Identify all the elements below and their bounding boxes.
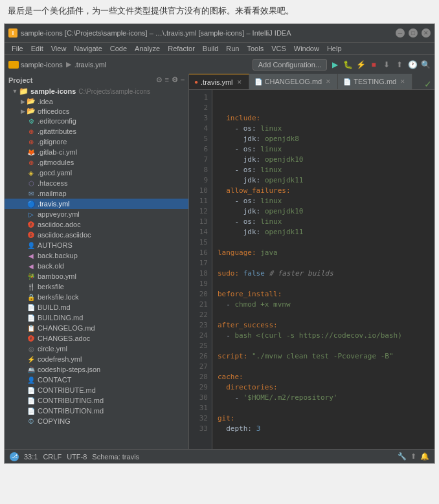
sidebar-item-editorconfig[interactable]: ▶ ⚙ .editorconfig xyxy=(5,116,188,126)
minimize-button[interactable]: ─ xyxy=(396,28,405,38)
sidebar-item-asciidocadoc[interactable]: ▶ 🅐 asciidoc.adoc xyxy=(5,219,188,230)
sidebar-item-circleyml[interactable]: ▶ ◎ circle.yml xyxy=(5,344,188,354)
code-content[interactable]: include: - os: linux jdk: openjdk8 - os:… xyxy=(212,90,434,449)
add-configuration-button[interactable]: Add Configuration... xyxy=(253,59,327,71)
sidebar-item-codeshipsteps[interactable]: ▶ 🚢 codeship-steps.json xyxy=(5,364,188,375)
sidebar-item-gitmodules[interactable]: ▶ ⊕ .gitmodules xyxy=(5,157,188,168)
history-icon[interactable]: 🕐 xyxy=(407,60,418,70)
maximize-button[interactable]: □ xyxy=(409,28,418,38)
bambooyml-icon: 🎋 xyxy=(27,272,36,281)
git-update-icon[interactable]: ⬇ xyxy=(381,60,392,70)
sidebar-item-contributionmd[interactable]: ▶ 📄 CONTRIBUTION.md xyxy=(5,406,188,416)
title-bar-left: I sample-icons [C:\Projects\sample-icons… xyxy=(8,28,291,38)
gocd-label: .gocd.yaml xyxy=(38,169,72,177)
changelogmd-label: CHANGELOG.md xyxy=(38,324,95,332)
sidebar-item-gitignore[interactable]: ▶ ⊕ .gitignore xyxy=(5,137,188,147)
menu-vcs[interactable]: VCS xyxy=(268,43,289,54)
sidebar-item-mailmap[interactable]: ▶ ✉ .mailmap xyxy=(5,188,188,199)
gitlabci-label: .gitlab-ci.yml xyxy=(38,148,77,156)
git-push-icon[interactable]: ⬆ xyxy=(394,60,405,70)
menu-build[interactable]: Build xyxy=(199,43,221,54)
sidebar-item-asciidocasciidoc[interactable]: ▶ 🅐 asciidoc.asciidoc xyxy=(5,230,188,240)
sidebar-item-contributingmd[interactable]: ▶ 📄 CONTRIBUTING.md xyxy=(5,395,188,406)
sidebar-item-copying[interactable]: ▶ © COPYING xyxy=(5,416,188,426)
sidebar-item-changesadoc[interactable]: ▶ 🅐 CHANGES.adoc xyxy=(5,333,188,344)
play-icon[interactable]: ▶ xyxy=(330,60,340,70)
menu-window[interactable]: Window xyxy=(291,43,322,54)
status-share-icon[interactable]: ⬆ xyxy=(411,452,416,461)
sidebar-item-buildingmd[interactable]: ▶ 📄 BUILDING.md xyxy=(5,312,188,323)
search-everywhere-icon[interactable]: 🔍 xyxy=(420,60,431,70)
menu-view[interactable]: View xyxy=(48,43,70,54)
sidebar-close-icon[interactable]: – xyxy=(181,76,185,84)
status-notification-icon[interactable]: 🔔 xyxy=(420,452,429,461)
codefreshyml-label: codefresh.yml xyxy=(38,355,82,363)
travis-tab-close-icon[interactable]: ✕ xyxy=(237,79,242,85)
editor-tab-travis[interactable]: ● .travis.yml ✕ xyxy=(189,74,249,89)
status-left: ⎇ 33:1 CRLF UTF-8 Schema: travis xyxy=(10,452,139,461)
stop-icon[interactable]: ■ xyxy=(368,60,379,70)
sidebar[interactable]: Project ⊙ ≡ ⚙ – ▼ 📁 sample-icons C:\Proj… xyxy=(5,74,189,449)
tree-root[interactable]: ▼ 📁 sample-icons C:\Projects\sample-icon… xyxy=(5,86,188,96)
status-wrench-icon[interactable]: 🔧 xyxy=(398,452,407,461)
berksfile-icon: 🍴 xyxy=(27,282,36,291)
menu-file[interactable]: File xyxy=(8,43,27,54)
sidebar-item-gitlabci[interactable]: ▶ 🦊 .gitlab-ci.yml xyxy=(5,147,188,157)
sidebar-item-idea[interactable]: ▶ 📂 .idea xyxy=(5,96,188,106)
menu-run[interactable]: Run xyxy=(223,43,242,54)
sidebar-item-bambooyml[interactable]: ▶ 🎋 bamboo.yml xyxy=(5,271,188,281)
editor-tab-changelog[interactable]: 📄 CHANGELOG.md ✕ xyxy=(249,74,339,89)
htaccess-icon: ⬡ xyxy=(27,179,36,188)
menu-code[interactable]: Code xyxy=(107,43,130,54)
idea-label: .idea xyxy=(38,98,53,105)
sidebar-settings-icon[interactable]: ⚙ xyxy=(172,76,178,84)
sidebar-item-buildmd[interactable]: ▶ 📄 BUILD.md xyxy=(5,302,188,312)
testing-tab-close-icon[interactable]: ✕ xyxy=(400,78,405,85)
menu-edit[interactable]: Edit xyxy=(28,43,47,54)
sidebar-title: Project xyxy=(8,76,32,84)
toolbar-project-name: sample-icons xyxy=(21,61,63,69)
idea-arrow-icon: ▶ xyxy=(19,98,27,105)
sidebar-item-backbackup[interactable]: ▶ ◀ back.backup xyxy=(5,250,188,261)
sidebar-item-appveyor[interactable]: ▶ ▷ appveyor.yml xyxy=(5,209,188,219)
sidebar-item-berksfile[interactable]: ▶ 🍴 berksfile xyxy=(5,281,188,292)
sidebar-item-contributemd[interactable]: ▶ 📄 CONTRIBUTE.md xyxy=(5,385,188,395)
contact-icon: 👤 xyxy=(27,375,36,384)
backbackup-label: back.backup xyxy=(38,252,78,259)
top-text-area: 最后是一个美化插件，为一些文件类型提供官方没有的图标。来看看效果吧。 xyxy=(0,0,439,23)
project-folder-icon xyxy=(8,61,19,69)
changelog-tab-close-icon[interactable]: ✕ xyxy=(326,78,331,85)
toolbar-icons: Add Configuration... ▶ 🐛 ⚡ ■ ⬇ ⬆ 🕐 🔍 xyxy=(253,59,431,71)
sidebar-item-gitattributes[interactable]: ▶ ⊕ .gitattributes xyxy=(5,126,188,137)
circleyml-label: circle.yml xyxy=(38,345,67,353)
testing-tab-label: TESTING.md xyxy=(354,78,396,85)
sidebar-item-authors[interactable]: ▶ 👤 AUTHORS xyxy=(5,240,188,250)
sidebar-item-codefreshyml[interactable]: ▶ ⚡ codefresh.yml xyxy=(5,354,188,364)
sidebar-item-travisyml[interactable]: ▶ 🔵 .travis.yml xyxy=(5,199,188,209)
coverage-icon[interactable]: ⚡ xyxy=(355,60,366,70)
menu-refactor[interactable]: Refactor xyxy=(164,43,198,54)
sidebar-locate-icon[interactable]: ⊙ xyxy=(156,76,162,84)
top-description: 最后是一个美化插件，为一些文件类型提供官方没有的图标。来看看效果吧。 xyxy=(0,0,439,23)
sidebar-header: Project ⊙ ≡ ⚙ – xyxy=(5,74,188,86)
changesadoc-icon: 🅐 xyxy=(27,334,36,343)
sidebar-item-changelogmd[interactable]: ▶ 📋 CHANGELOG.md xyxy=(5,323,188,333)
sidebar-collapse-icon[interactable]: ≡ xyxy=(164,76,168,84)
sidebar-item-contact[interactable]: ▶ 👤 CONTACT xyxy=(5,375,188,385)
menu-analyze[interactable]: Analyze xyxy=(131,43,163,54)
sidebar-item-officedocs[interactable]: ▶ 📂 officedocs xyxy=(5,106,188,116)
menu-tools[interactable]: Tools xyxy=(243,43,267,54)
menu-navigate[interactable]: Navigate xyxy=(71,43,105,54)
sidebar-item-gocd[interactable]: ▶ ◈ .gocd.yaml xyxy=(5,168,188,178)
authors-icon: 👤 xyxy=(27,241,36,250)
sidebar-item-backold[interactable]: ▶ ◀ back.old xyxy=(5,261,188,271)
contact-label: CONTACT xyxy=(38,376,71,384)
sidebar-item-berksfilelock[interactable]: ▶ 🔒 berksfile.lock xyxy=(5,292,188,302)
menu-help[interactable]: Help xyxy=(324,43,345,54)
debug-icon[interactable]: 🐛 xyxy=(343,60,353,70)
root-arrow-icon: ▼ xyxy=(11,87,19,95)
sidebar-item-htaccess[interactable]: ▶ ⬡ .htaccess xyxy=(5,178,188,188)
editor-tab-testing[interactable]: 📄 TESTING.md ✕ xyxy=(338,74,412,89)
editor-area: ● .travis.yml ✕ 📄 CHANGELOG.md ✕ 📄 TESTI… xyxy=(189,74,434,449)
close-button[interactable]: ✕ xyxy=(422,28,431,38)
